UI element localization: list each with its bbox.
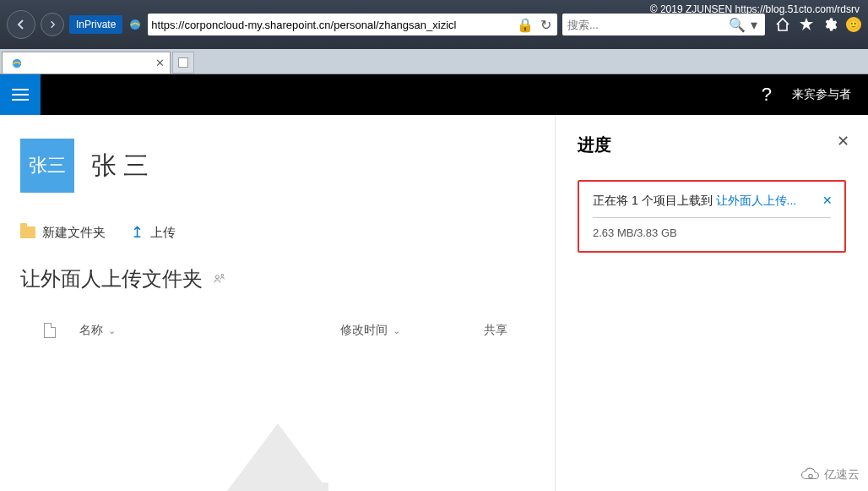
- cancel-upload-icon[interactable]: ✕: [822, 194, 833, 207]
- watermark-bottom: 亿速云: [800, 467, 860, 483]
- svg-marker-4: [202, 423, 354, 491]
- chevron-down-icon: ⌄: [108, 325, 116, 336]
- settings-icon[interactable]: [822, 17, 838, 32]
- tab-close-icon[interactable]: ✕: [155, 57, 165, 69]
- address-bar[interactable]: 🔒 ↻: [148, 14, 557, 35]
- new-folder-button[interactable]: 新建文件夹: [20, 225, 106, 241]
- share-indicator-icon[interactable]: [213, 271, 226, 287]
- lock-icon[interactable]: 🔒: [514, 17, 536, 33]
- empty-illustration: [168, 398, 388, 491]
- help-icon[interactable]: ?: [762, 84, 772, 106]
- watermark-bottom-text: 亿速云: [824, 467, 860, 483]
- home-icon[interactable]: [775, 17, 790, 32]
- ie-icon: [127, 17, 143, 32]
- browser-tab[interactable]: ✕: [2, 52, 171, 74]
- progress-status-line: 正在将 1 个项目上载到 让外面人上传...: [593, 194, 831, 218]
- progress-title: 进度: [578, 134, 846, 156]
- search-input[interactable]: [567, 19, 726, 31]
- owner-name: 张 三: [91, 149, 149, 183]
- browser-search-bar[interactable]: 🔍 ▾: [562, 14, 765, 35]
- tab-strip: ✕: [0, 49, 868, 74]
- folder-title: 让外面人上传文件夹: [20, 265, 203, 292]
- upload-icon: ↥: [131, 223, 144, 242]
- new-tab-button[interactable]: [172, 52, 194, 74]
- guest-label[interactable]: 来宾参与者: [792, 87, 851, 102]
- progress-size: 2.63 MB/3.83 GB: [593, 226, 831, 239]
- svg-point-3: [221, 274, 224, 276]
- upload-label: 上传: [150, 225, 176, 241]
- close-panel-icon[interactable]: ✕: [837, 132, 849, 150]
- owner-row: 张三 张 三: [20, 139, 534, 193]
- folder-icon: [20, 226, 35, 238]
- col-name-label: 名称: [79, 323, 103, 338]
- list-header: 名称 ⌄ 修改时间 ⌄ 共享: [20, 323, 534, 343]
- owner-avatar: 张三: [20, 139, 74, 193]
- command-bar: 新建文件夹 ↥ 上传: [20, 223, 534, 242]
- col-modified[interactable]: 修改时间 ⌄: [340, 323, 484, 338]
- file-list-pane: 张三 张 三 新建文件夹 ↥ 上传 让外面人上传文件夹 名称 ⌄: [0, 115, 556, 491]
- progress-target-link[interactable]: 让外面人上传...: [716, 194, 797, 209]
- cloud-icon: [800, 467, 821, 483]
- app-launcher-button[interactable]: [0, 74, 41, 115]
- search-icon[interactable]: 🔍: [726, 17, 748, 33]
- suite-header: ? 来宾参与者: [0, 74, 868, 115]
- upload-button[interactable]: ↥ 上传: [131, 223, 176, 242]
- tab-favicon-icon: [9, 56, 24, 71]
- search-dropdown-icon[interactable]: ▾: [748, 17, 760, 33]
- favorites-icon[interactable]: [799, 17, 814, 32]
- refresh-icon[interactable]: ↻: [538, 17, 554, 33]
- progress-prefix: 正在将 1 个项目上载到: [593, 194, 713, 209]
- feedback-smiley-icon[interactable]: 🙂: [846, 17, 861, 32]
- svg-rect-5: [244, 483, 328, 491]
- chrome-right-icons: 🙂: [775, 17, 861, 32]
- content-area: 张三 张 三 新建文件夹 ↥ 上传 让外面人上传文件夹 名称 ⌄: [0, 115, 868, 491]
- chevron-down-icon: ⌄: [393, 325, 400, 336]
- svg-point-6: [809, 474, 813, 478]
- url-input[interactable]: [151, 19, 511, 31]
- folder-title-row: 让外面人上传文件夹: [20, 265, 534, 292]
- back-button[interactable]: [7, 10, 35, 39]
- document-icon: [44, 323, 56, 338]
- col-name[interactable]: 名称 ⌄: [79, 323, 340, 338]
- watermark-top: © 2019 ZJUNSEN https://blog.51cto.com/rd…: [650, 3, 860, 15]
- col-modified-label: 修改时间: [340, 323, 388, 338]
- col-icon: [20, 323, 79, 338]
- svg-point-2: [215, 275, 219, 278]
- address-icons: 🔒 ↻: [514, 17, 554, 33]
- progress-card: 正在将 1 个项目上载到 让外面人上传... ✕ 2.63 MB/3.83 GB: [578, 180, 846, 253]
- forward-button[interactable]: [41, 13, 64, 36]
- progress-panel: ✕ 进度 正在将 1 个项目上载到 让外面人上传... ✕ 2.63 MB/3.…: [556, 115, 868, 491]
- inprivate-badge: InPrivate: [69, 15, 122, 34]
- new-folder-label: 新建文件夹: [42, 225, 106, 241]
- col-share[interactable]: 共享: [484, 323, 534, 338]
